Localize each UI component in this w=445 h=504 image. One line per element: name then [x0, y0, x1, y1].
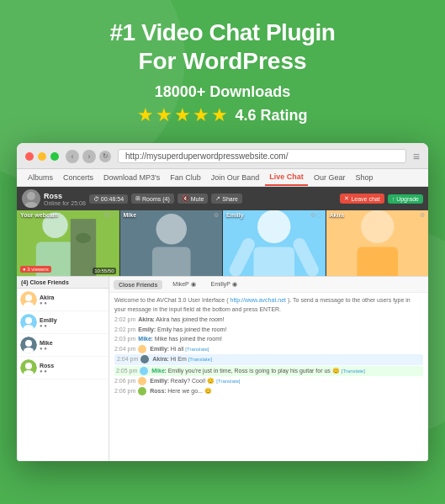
friends-header: (4) Close Friends — [17, 277, 109, 289]
friend-ross-info: Ross ● ● — [40, 363, 105, 374]
friends-count-label: (4) Close Friends — [21, 279, 69, 285]
msg-text-2: Emily has joined the room! — [157, 326, 226, 332]
clock-icon: ⏱ — [93, 196, 99, 202]
forward-arrow-icon[interactable]: › — [82, 150, 96, 163]
svg-point-8 — [156, 214, 186, 244]
rating-row: ★★★★★ 4.6 Rating — [17, 104, 428, 126]
nav-fanclub[interactable]: Fan Club — [166, 170, 205, 185]
rooms-label: Rooms (4) — [142, 196, 170, 202]
msg-user-8: Ross — [150, 388, 164, 394]
tab-close-friends[interactable]: Close Friends — [114, 280, 162, 289]
browser-menu-icon[interactable]: ≡ — [413, 150, 420, 163]
rooms-icon: ⊞ — [135, 195, 140, 202]
svg-point-31 — [140, 355, 149, 363]
upgrade-button[interactable]: ↑ Upgrade — [388, 194, 423, 204]
leave-label: Leave chat — [351, 196, 379, 202]
nav-concerts[interactable]: Concerts — [59, 170, 98, 185]
share-label: Share — [222, 196, 238, 202]
sub-title: For WordPress — [17, 47, 428, 76]
tab-emilly[interactable]: EmillyP ◉ — [206, 279, 242, 289]
friend-mike-status: ● ● — [40, 346, 105, 351]
msg-user-6: Mike — [151, 368, 165, 374]
mute-button[interactable]: 🔇 Mute — [177, 194, 209, 204]
msg-user-1: Akira — [138, 316, 153, 322]
nav-gear[interactable]: Our Gear — [310, 170, 350, 185]
friend-akira-name: Akira — [40, 294, 105, 300]
tab-mike[interactable]: MikeP ◉ — [167, 279, 200, 289]
nav-albums[interactable]: Albums — [24, 170, 57, 185]
timer-value: 00:48:54 — [101, 196, 124, 202]
user-info: Ross Online for 25:08 — [44, 192, 86, 206]
messages-tabs: Close Friends MikeP ◉ EmillyP ◉ — [109, 277, 428, 293]
friend-mike-info: Mike ● ● — [40, 340, 105, 351]
back-arrow-icon[interactable]: ‹ — [66, 150, 79, 163]
svg-point-16 — [361, 210, 394, 243]
svg-point-25 — [25, 340, 32, 347]
msg-translate-5[interactable]: [Translate] — [188, 357, 212, 362]
video-section: Your webcam ⚙ ◌ ● 3 viewers 10:55/50 Mik… — [17, 210, 428, 276]
friend-mike[interactable]: Mike ● ● — [17, 334, 109, 357]
message-1: 2:02 pm Akira: Akira has joined the room… — [114, 316, 423, 325]
message-4: 2:04 pm Emilly: Hi all [Translate] — [114, 345, 423, 354]
rooms-button[interactable]: ⊞ Rooms (4) — [131, 194, 174, 204]
chat-area: (4) Close Friends Akira ● ● — [17, 276, 428, 461]
header-section: #1 Video Chat Plugin For WordPress 18000… — [0, 0, 445, 136]
minimize-button[interactable] — [38, 152, 46, 161]
msg-text-6: Emilly you're just in time, Ross is goin… — [168, 368, 340, 374]
msg-time-1: 2:02 pm — [114, 316, 135, 325]
msg-user-2: Emily — [138, 326, 154, 332]
friend-ross-name: Ross — [40, 363, 105, 369]
nav-joinband[interactable]: Join Our Band — [207, 170, 264, 185]
msg-translate-6[interactable]: [Translate] — [342, 369, 365, 374]
friend-ross-status: ● ● — [40, 369, 105, 374]
emilly-settings-icon[interactable]: ⚙ ◌ — [310, 212, 322, 219]
mute-label: Mute — [191, 196, 204, 202]
friend-emilly-status: ● ● — [40, 323, 105, 328]
svg-point-11 — [257, 210, 290, 243]
nav-livechat[interactable]: Live Chat — [265, 169, 308, 186]
upgrade-icon: ↑ — [392, 196, 395, 202]
webcam-label: Your webcam — [20, 212, 58, 218]
friend-emilly-name: Emilly — [40, 317, 105, 323]
svg-point-34 — [138, 387, 146, 395]
video-time: 10:55/50 — [93, 268, 115, 274]
toolbar-username: Ross — [44, 192, 86, 200]
main-title: #1 Video Chat Plugin — [17, 19, 428, 47]
akira-label: Akira — [330, 212, 345, 218]
nav-shop[interactable]: Shop — [351, 170, 377, 185]
msg-user-4: Emilly — [150, 346, 167, 352]
close-button[interactable] — [25, 152, 34, 161]
mike-settings-icon[interactable]: ⚙ — [214, 212, 219, 219]
message-3: 2:03 pm Mike: Mike has joined the room! — [114, 335, 423, 344]
msg-text-3: Mike has joined the room! — [155, 336, 222, 342]
svg-point-0 — [27, 192, 35, 200]
friend-ross[interactable]: Ross ● ● — [17, 357, 109, 379]
share-button[interactable]: ↗ Share — [211, 194, 242, 204]
msg-translate-7[interactable]: [Translate] — [216, 379, 240, 384]
leave-chat-button[interactable]: ✕ Leave chat — [340, 194, 384, 204]
maximize-button[interactable] — [50, 152, 59, 161]
refresh-icon[interactable]: ↻ — [99, 151, 111, 162]
msg-time-4: 2:04 pm — [114, 345, 135, 354]
downloads-text: 18000+ Downloads — [17, 83, 428, 101]
message-8: 2:06 pm Ross: Here we go... 😊 — [114, 387, 423, 396]
friend-emilly[interactable]: Emilly ● ● — [17, 311, 109, 334]
webcam-settings-icon[interactable]: ⚙ ◌ — [104, 212, 116, 219]
address-bar[interactable]: http://mysuperduperwordpresswebsite.com/ — [118, 149, 406, 163]
user-avatar — [22, 189, 40, 208]
svg-point-22 — [25, 317, 32, 324]
msg-translate-4[interactable]: [Translate] — [185, 347, 209, 352]
browser-mockup: ‹ › ↻ http://mysuperduperwordpresswebsit… — [17, 143, 428, 461]
msg-time-2: 2:02 pm — [114, 326, 135, 335]
svg-point-1 — [24, 202, 38, 208]
msg-text-1: Akira has joined the room! — [156, 316, 224, 322]
friend-akira-status: ● ● — [40, 300, 105, 305]
svg-rect-12 — [253, 247, 294, 276]
friend-akira[interactable]: Akira ● ● — [17, 289, 109, 311]
upgrade-label: Upgrade — [396, 196, 419, 202]
akira-settings-icon[interactable]: ⚙ — [420, 212, 425, 219]
mike-label: Mike — [124, 212, 137, 218]
star-icons: ★★★★★ — [137, 104, 230, 126]
nav-mp3[interactable]: Download MP3's — [99, 170, 164, 185]
msg-text-7: Really? Cool! 😊 — [171, 378, 215, 384]
